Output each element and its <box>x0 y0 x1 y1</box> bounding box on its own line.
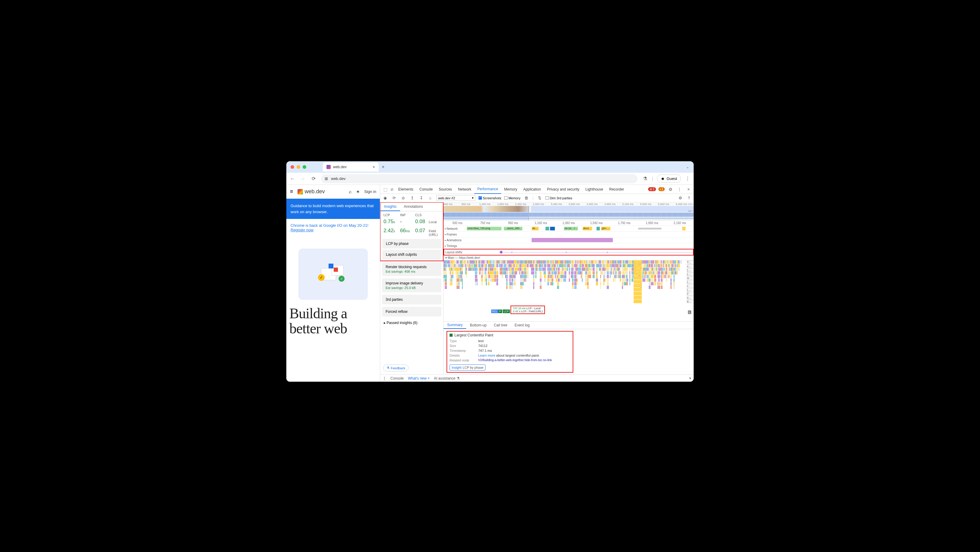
filter-icon[interactable]: ⇅ <box>536 196 542 200</box>
drawer-console-tab[interactable]: Console <box>390 376 404 380</box>
tabs-dropdown-icon[interactable]: ⌄ <box>686 165 689 169</box>
devtools-tab-lighthouse[interactable]: Lighthouse <box>582 185 606 194</box>
devtools-tab-performance[interactable]: Performance <box>474 185 501 194</box>
lcp-callout: 747.10 ms LCP - Local 2.42 s LCP - Field… <box>511 306 545 314</box>
site-logo[interactable]: web.dev <box>298 188 325 195</box>
help-icon[interactable]: ? <box>686 196 692 200</box>
new-tab-button[interactable]: + <box>382 164 384 170</box>
timeline: 492 ms992 ms1,492 ms1,992 ms2,492 ms2,99… <box>444 202 694 375</box>
window-controls <box>291 165 306 169</box>
eventlog-tab[interactable]: Event log <box>511 323 533 327</box>
url-bar: ← → ⟳ ⊞ web.dev ⚗ | ☻ Guest ⋮ <box>286 173 694 185</box>
tracks[interactable]: ▸Network ome-blue_720.png …ature_480… de… <box>444 226 694 321</box>
error-badge[interactable]: ⊘ 2 <box>648 187 656 191</box>
local-label: Local <box>429 220 442 224</box>
download-icon[interactable]: ↧ <box>418 196 424 200</box>
tab-title: web.dev <box>333 165 347 169</box>
insight-image-delivery[interactable]: Improve image delivery Est savings: 25.0… <box>382 278 441 292</box>
page-content: ≡ web.dev ⌕ ☀ Sign in Guidance to build … <box>286 185 380 382</box>
devtools-tabs: ⬚ ⎚ ElementsConsoleSourcesNetworkPerform… <box>380 185 694 194</box>
devtools-tab-application[interactable]: Application <box>520 185 544 194</box>
browser-window: web.dev × + ⌄ ← → ⟳ ⊞ web.dev ⚗ | ☻ Gues… <box>286 161 694 382</box>
field-label: Field (URL) <box>429 229 442 236</box>
feedback-button[interactable]: ⚗ Feedback <box>383 364 409 372</box>
url-text: web.dev <box>331 176 345 181</box>
flame-chart: T…x…(…(…Iz(…c(…Fs…E… DCLP LCP 747.10 ms … <box>444 260 694 315</box>
clear-icon[interactable]: ⊘ <box>400 196 406 200</box>
overview[interactable]: 492 ms992 ms1,492 ms1,992 ms2,492 ms2,99… <box>444 202 694 220</box>
site-header: ≡ web.dev ⌕ ☀ Sign in <box>286 185 380 199</box>
menu-icon[interactable]: ≡ <box>290 188 293 195</box>
close-tab-icon[interactable]: × <box>372 164 375 169</box>
insight-layout-shift[interactable]: Layout shift culprits <box>382 250 441 259</box>
reload-button[interactable]: ⟳ <box>310 176 317 182</box>
devtools-tab-privacy-and-security[interactable]: Privacy and security <box>544 185 582 194</box>
insight-3rd-parties[interactable]: 3rd parties <box>382 295 441 305</box>
labs-icon[interactable]: ⚗ <box>642 176 648 182</box>
summary-panel: Largest Contentful Paint Typetext Size74… <box>444 329 694 375</box>
site-settings-icon[interactable]: ⊞ <box>325 176 328 181</box>
memory-checkbox[interactable]: Memory <box>504 196 520 200</box>
annotations-tab[interactable]: Annotations <box>400 203 426 211</box>
devtools-tab-console[interactable]: Console <box>416 185 436 194</box>
devtools-tab-elements[interactable]: Elements <box>395 185 416 194</box>
drawer-whatsnew-tab[interactable]: What's new × <box>408 376 430 380</box>
forward-button[interactable]: → <box>300 176 306 182</box>
browser-menu-icon[interactable]: ⋮ <box>685 176 690 182</box>
tab-favicon <box>326 165 331 169</box>
profile-button[interactable]: ☻ Guest <box>657 174 681 183</box>
search-icon[interactable]: ⌕ <box>349 189 352 195</box>
minimize-window-button[interactable] <box>297 165 300 169</box>
devtools: ⬚ ⎚ ElementsConsoleSourcesNetworkPerform… <box>380 185 694 382</box>
learn-more-link[interactable]: Learn more <box>478 354 495 357</box>
flask-icon: ⚗ <box>387 366 390 370</box>
insight-forced-reflow[interactable]: Forced reflow <box>382 307 441 316</box>
maximize-window-button[interactable] <box>302 165 306 169</box>
devtools-tab-network[interactable]: Network <box>455 185 474 194</box>
theme-toggle-icon[interactable]: ☀ <box>356 189 360 194</box>
warning-badge[interactable]: ▪ 1 <box>659 187 665 191</box>
gc-icon[interactable]: 🗑 <box>523 196 530 200</box>
back-button[interactable]: ← <box>290 176 295 182</box>
perf-toolbar: ◉ ⟳ ⊘ ↥ ↧ ⌂ web.dev #2▾ Screenshots Memo… <box>380 194 694 202</box>
insight-render-blocking[interactable]: Render blocking requests Est savings: 40… <box>382 262 441 276</box>
insight-lcp-phase[interactable]: LCP by phase <box>382 239 441 249</box>
hero-title: Building a better web <box>286 306 380 340</box>
devtools-tab-memory[interactable]: Memory <box>501 185 520 194</box>
summary-tab[interactable]: Summary <box>444 322 466 329</box>
hero-image: ✓ ✓ <box>298 249 368 300</box>
layout-shifts-track: Layout shifts <box>444 249 694 255</box>
detail-tabs: Summary Bottom-up Call tree Event log <box>444 321 694 329</box>
omnibox[interactable]: ⊞ web.dev <box>321 174 638 183</box>
devtools-tab-sources[interactable]: Sources <box>436 185 455 194</box>
signin-link[interactable]: Sign in <box>364 189 376 194</box>
calltree-tab[interactable]: Call tree <box>490 323 511 327</box>
home-icon[interactable]: ⌂ <box>427 196 433 200</box>
screenshots-checkbox[interactable]: Screenshots <box>479 196 501 200</box>
logo-icon <box>298 189 303 195</box>
upload-icon[interactable]: ↥ <box>409 196 415 200</box>
inspect-icon[interactable]: ⬚ <box>382 187 389 192</box>
settings-icon[interactable]: ⚙ <box>667 187 674 192</box>
insights-tab[interactable]: Insights <box>380 203 400 211</box>
guest-avatar-icon: ☻ <box>661 176 665 181</box>
register-link[interactable]: Register now <box>291 228 313 232</box>
devtools-tab-recorder[interactable]: Recorder <box>606 185 627 194</box>
record-icon[interactable]: ◉ <box>382 196 388 200</box>
bottomup-tab[interactable]: Bottom-up <box>466 323 490 327</box>
perf-settings-icon[interactable]: ⚙ <box>678 196 683 200</box>
insight-chip[interactable]: Insight LCP by phase <box>450 364 485 370</box>
io-banner: Chrome is back at Google I/O on May 20-2… <box>286 219 380 236</box>
dim-3p-checkbox[interactable]: Dim 3rd parties <box>546 196 573 200</box>
more-icon[interactable]: ⋮ <box>676 187 683 192</box>
browser-tab[interactable]: web.dev × <box>323 163 379 172</box>
drawer-menu-icon[interactable]: ⋮ <box>383 376 386 380</box>
recording-select[interactable]: web.dev #2▾ <box>436 195 476 201</box>
device-toggle-icon[interactable]: ⎚ <box>389 187 395 192</box>
passed-insights[interactable]: ▸ Passed insights (6) <box>380 317 443 328</box>
drawer-ai-tab[interactable]: AI assistance ⚗ <box>434 376 460 380</box>
close-window-button[interactable] <box>291 165 294 169</box>
close-devtools-icon[interactable]: × <box>685 187 692 192</box>
drawer-close-icon[interactable]: × <box>689 376 691 380</box>
reload-record-icon[interactable]: ⟳ <box>391 196 397 200</box>
